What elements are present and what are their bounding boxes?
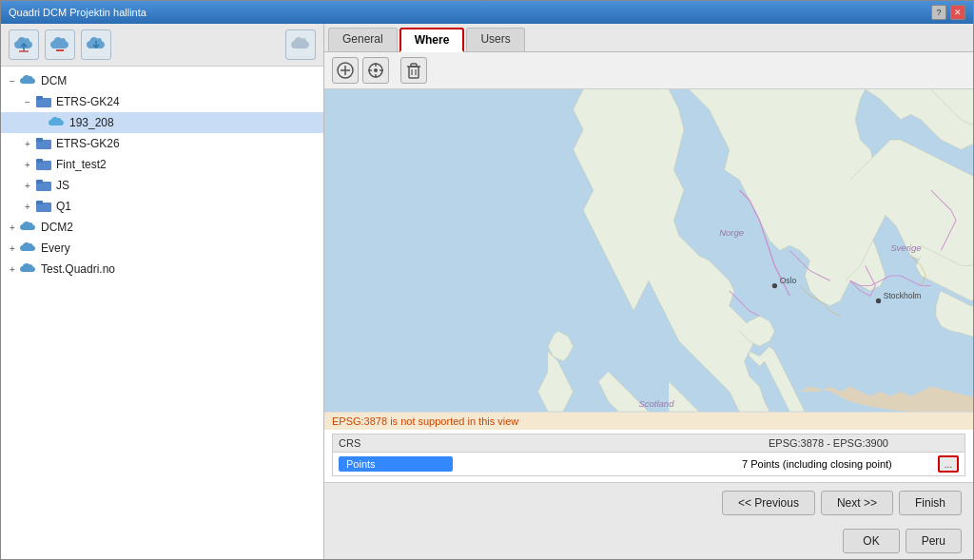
tab-users[interactable]: Users xyxy=(466,28,524,51)
svg-rect-8 xyxy=(36,180,43,183)
tree-label-etrs-gk24: ETRS-GK24 xyxy=(56,95,120,108)
navigation-buttons: << Previous Next >> Finish xyxy=(324,482,973,523)
tree-label-js: JS xyxy=(56,179,69,192)
close-button[interactable]: ✕ xyxy=(950,5,965,20)
main-content: − DCM − ETRS-GK24 xyxy=(1,24,973,559)
folder-icon-etrs-gk24 xyxy=(35,93,52,110)
svg-text:Norge: Norge xyxy=(719,227,744,238)
expand-every[interactable]: + xyxy=(5,241,20,256)
nav-buttons-right: << Previous Next >> Finish xyxy=(722,491,962,515)
svg-text:Oslo: Oslo xyxy=(780,276,797,285)
ok-button[interactable]: OK xyxy=(843,529,899,553)
tree-label-q1: Q1 xyxy=(56,200,71,213)
tree-item-dcm2[interactable]: + DCM2 xyxy=(1,217,323,238)
help-button[interactable]: ? xyxy=(931,5,946,20)
svg-point-15 xyxy=(374,68,378,72)
header-col-crs: CRS xyxy=(339,437,769,449)
ellipsis-button[interactable]: ... xyxy=(938,455,959,473)
tree-label-etrs-gk26: ETRS-GK26 xyxy=(56,137,120,150)
tab-where-content: Oslo Stockholm Helsinki Tallinn Københav… xyxy=(324,52,973,482)
svg-rect-22 xyxy=(411,64,417,67)
svg-rect-20 xyxy=(409,67,419,78)
map-toolbar xyxy=(324,52,973,89)
crosshair-button[interactable] xyxy=(362,57,389,84)
add-point-button[interactable] xyxy=(332,57,359,84)
tree-label-every: Every xyxy=(41,241,70,255)
cloud-icon-dcm xyxy=(20,72,37,89)
peru-button[interactable]: Peru xyxy=(906,529,962,553)
left-toolbar xyxy=(1,24,323,67)
title-bar: Quadri DCM Projektin hallinta ? ✕ xyxy=(1,1,973,24)
cloud-icon-193-208 xyxy=(49,114,66,131)
tree-label-dcm: DCM xyxy=(41,74,67,87)
tab-where[interactable]: Where xyxy=(399,28,465,52)
expand-test-quadri[interactable]: + xyxy=(5,261,20,277)
expand-etrs-gk24[interactable]: − xyxy=(20,94,35,109)
tab-bar: General Where Users xyxy=(324,24,973,52)
expand-etrs-gk26[interactable]: + xyxy=(20,136,35,151)
folder-icon-etrs-gk26 xyxy=(35,135,52,152)
tree-item-every[interactable]: + Every xyxy=(1,238,323,259)
project-tree: − DCM − ETRS-GK24 xyxy=(1,67,323,559)
svg-rect-2 xyxy=(36,96,43,100)
svg-rect-4 xyxy=(36,138,43,142)
svg-text:Scotland: Scotland xyxy=(638,398,674,409)
tree-item-fint-test2[interactable]: + Fint_test2 xyxy=(1,154,323,175)
cloud-icon-every xyxy=(20,240,37,257)
folder-icon-js xyxy=(35,177,52,194)
tab-general[interactable]: General xyxy=(328,28,398,51)
tree-label-193-208: 193_208 xyxy=(69,116,114,129)
title-bar-controls: ? ✕ xyxy=(931,5,965,20)
points-badge[interactable]: Points xyxy=(339,456,453,472)
tree-item-193-208[interactable]: 193_208 xyxy=(1,112,323,133)
tree-label-fint-test2: Fint_test2 xyxy=(56,158,107,171)
info-message: EPSG:3878 is not supported in this view xyxy=(332,415,518,427)
cell-points-label: Points xyxy=(339,456,742,472)
previous-button[interactable]: << Previous xyxy=(722,491,815,515)
expand-q1[interactable]: + xyxy=(20,199,35,214)
cloud-icon-test-quadri xyxy=(20,261,37,278)
right-panel: General Where Users xyxy=(324,24,973,559)
table-header: CRS EPSG:3878 - EPSG:3900 xyxy=(333,434,964,453)
tree-item-test-quadri[interactable]: + Test.Quadri.no xyxy=(1,259,323,280)
expand-193-208[interactable] xyxy=(37,115,49,130)
left-panel: − DCM − ETRS-GK24 xyxy=(1,24,324,559)
expand-dcm[interactable]: − xyxy=(5,73,20,88)
cloud-download-button[interactable] xyxy=(81,29,111,60)
data-section: CRS EPSG:3878 - EPSG:3900 Points 7 Point… xyxy=(324,430,973,482)
main-window: Quadri DCM Projektin hallinta ? ✕ xyxy=(0,0,974,560)
delete-button[interactable] xyxy=(400,57,427,84)
finish-button[interactable]: Finish xyxy=(899,491,962,515)
ok-cancel-row: OK Peru xyxy=(324,523,973,559)
svg-rect-6 xyxy=(36,159,43,163)
table-row: Points 7 Points (including closing point… xyxy=(333,453,964,475)
svg-point-26 xyxy=(772,283,777,288)
expand-dcm2[interactable]: + xyxy=(5,220,20,235)
tree-item-js[interactable]: + JS xyxy=(1,175,323,196)
tree-item-etrs-gk26[interactable]: + ETRS-GK26 xyxy=(1,133,323,154)
cloud-remove-button[interactable] xyxy=(45,29,75,60)
settings-button[interactable] xyxy=(285,29,316,60)
next-button[interactable]: Next >> xyxy=(821,491,893,515)
svg-rect-10 xyxy=(36,201,43,204)
header-col-epsg: EPSG:3878 - EPSG:3900 xyxy=(769,437,959,449)
map-display[interactable]: Oslo Stockholm Helsinki Tallinn Københav… xyxy=(324,89,973,412)
info-bar: EPSG:3878 is not supported in this view xyxy=(324,412,973,430)
svg-text:Sverige: Sverige xyxy=(890,241,921,252)
expand-js[interactable]: + xyxy=(20,178,35,193)
folder-icon-q1 xyxy=(35,198,52,215)
cell-points-count: 7 Points (including closing point) xyxy=(742,458,932,470)
tree-label-dcm2: DCM2 xyxy=(41,221,73,234)
tree-label-test-quadri: Test.Quadri.no xyxy=(41,262,115,276)
svg-text:Stockholm: Stockholm xyxy=(884,291,922,300)
tree-item-q1[interactable]: + Q1 xyxy=(1,196,323,217)
cell-ellipsis: ... xyxy=(932,455,959,473)
window-title: Quadri DCM Projektin hallinta xyxy=(9,7,146,18)
folder-icon-fint-test2 xyxy=(35,156,52,173)
tree-item-etrs-gk24[interactable]: − ETRS-GK24 xyxy=(1,91,323,112)
tree-item-dcm[interactable]: − DCM xyxy=(1,70,323,91)
cloud-upload-button[interactable] xyxy=(9,29,39,60)
data-table: CRS EPSG:3878 - EPSG:3900 Points 7 Point… xyxy=(332,434,965,476)
expand-fint-test2[interactable]: + xyxy=(20,157,35,172)
cloud-icon-dcm2 xyxy=(20,219,37,236)
